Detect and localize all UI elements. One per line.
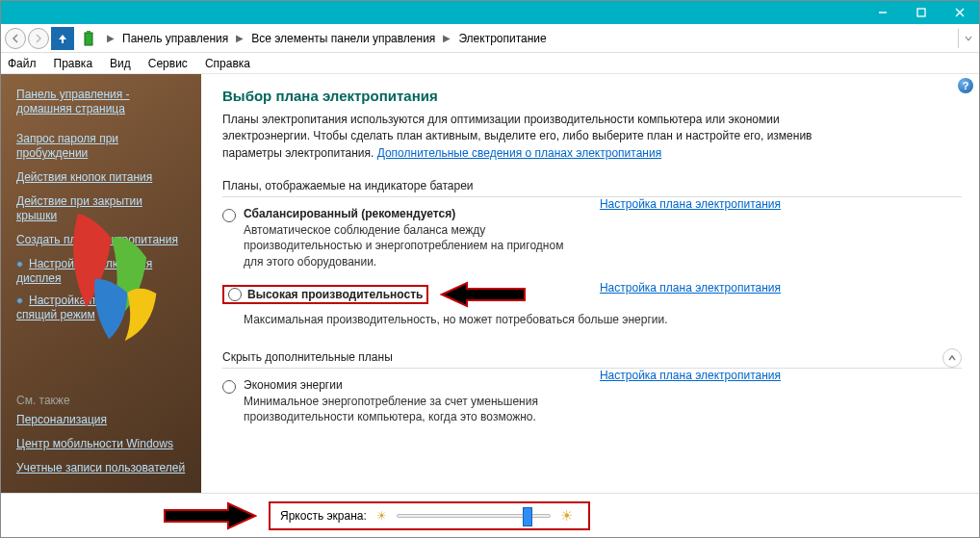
radio-high-perf[interactable]: [228, 288, 242, 301]
menu-tools[interactable]: Сервис: [147, 56, 189, 71]
configure-plan-link[interactable]: Настройка плана электропитания: [600, 369, 781, 382]
brightness-label: Яркость экрана:: [280, 509, 367, 523]
sidebar-see-also-link[interactable]: Центр мобильности Windows: [16, 437, 186, 451]
maximize-button[interactable]: [902, 1, 941, 24]
slider-thumb[interactable]: [523, 507, 532, 526]
sun-bright-icon: ☀: [560, 507, 573, 525]
menu-bar: Файл Правка Вид Сервис Справка: [1, 53, 979, 74]
page-title: Выбор плана электропитания: [222, 88, 962, 104]
forward-button[interactable]: [28, 28, 49, 49]
chevron-right-icon: ▶: [103, 33, 118, 43]
chevron-right-icon: ▶: [232, 33, 247, 43]
title-bar: [1, 1, 979, 24]
sidebar-link[interactable]: Действия кнопок питания: [16, 170, 186, 185]
bullet-icon: [16, 261, 23, 268]
svg-rect-5: [87, 31, 90, 33]
svg-marker-7: [165, 503, 255, 528]
chevron-right-icon: ▶: [439, 33, 454, 43]
intro-text: Планы электропитания используются для оп…: [222, 112, 838, 162]
help-icon[interactable]: ?: [958, 78, 973, 93]
plan-name: Высокая производительность: [247, 288, 423, 301]
bullet-icon: [16, 297, 23, 304]
main-content: ? Выбор плана электропитания Планы элект…: [201, 74, 979, 493]
menu-help[interactable]: Справка: [204, 56, 251, 71]
breadcrumb-item[interactable]: Все элементы панели управления: [249, 30, 437, 47]
svg-marker-6: [442, 283, 525, 306]
back-button[interactable]: [5, 28, 26, 49]
menu-file[interactable]: Файл: [7, 56, 38, 71]
address-bar: ▶ Панель управления ▶ Все элементы панел…: [1, 24, 979, 53]
sidebar-see-also-link[interactable]: Учетные записи пользователей: [16, 461, 186, 475]
brightness-slider[interactable]: [397, 514, 551, 518]
radio-balanced[interactable]: [222, 209, 236, 222]
more-info-link[interactable]: Дополнительные сведения о планах электро…: [377, 146, 661, 160]
annotation-arrow-icon: [161, 501, 257, 530]
battery-icon: [78, 28, 99, 49]
configure-plan-link[interactable]: Настройка плана электропитания: [600, 197, 781, 211]
sun-dim-icon: ☀: [376, 509, 387, 523]
up-button[interactable]: [51, 27, 74, 50]
svg-rect-4: [85, 33, 92, 45]
section-hide-plans[interactable]: Скрыть дополнительные планы: [222, 350, 962, 369]
sidebar-see-also-head: См. также: [16, 394, 186, 407]
sidebar: Панель управления - домашняя страница За…: [1, 74, 201, 493]
address-dropdown[interactable]: [958, 29, 977, 48]
close-button[interactable]: [941, 1, 979, 24]
svg-rect-1: [917, 9, 925, 16]
sidebar-see-also-link[interactable]: Персонализация: [16, 413, 186, 427]
sidebar-link[interactable]: Запрос пароля при пробуждении: [16, 132, 186, 161]
annotation-highlight-plan: Высокая производительность: [222, 285, 428, 304]
plan-name: Сбалансированный (рекомендуется): [244, 207, 580, 220]
plan-desc: Минимальное энергопотребление за счет ум…: [244, 394, 580, 424]
radio-power-saver[interactable]: [222, 380, 236, 394]
minimize-button[interactable]: [864, 1, 902, 24]
plan-desc: Автоматическое соблюдение баланса между …: [244, 222, 580, 269]
annotation-highlight-brightness: Яркость экрана: ☀ ☀: [269, 501, 590, 530]
configure-plan-link[interactable]: Настройка плана электропитания: [600, 281, 781, 295]
plan-desc: Максимальная производительность, но може…: [244, 312, 763, 327]
menu-edit[interactable]: Правка: [53, 56, 94, 71]
sidebar-home-link[interactable]: Панель управления - домашняя страница: [16, 88, 186, 116]
plan-name: Экономия энергии: [244, 378, 580, 392]
breadcrumb-item[interactable]: Панель управления: [120, 30, 230, 47]
windows-logo-icon: [53, 194, 181, 348]
breadcrumb-item[interactable]: Электропитание: [456, 30, 548, 47]
menu-view[interactable]: Вид: [109, 56, 132, 71]
bottom-bar: Яркость экрана: ☀ ☀: [1, 493, 979, 537]
section-plans-visible: Планы, отображаемые на индикаторе батаре…: [222, 179, 962, 197]
collapse-button[interactable]: [942, 348, 962, 368]
annotation-arrow-icon: [440, 281, 527, 308]
